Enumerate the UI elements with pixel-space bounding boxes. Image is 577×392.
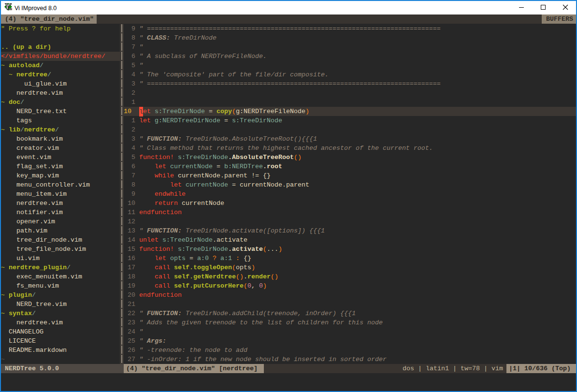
svg-text:im: im xyxy=(8,6,12,11)
